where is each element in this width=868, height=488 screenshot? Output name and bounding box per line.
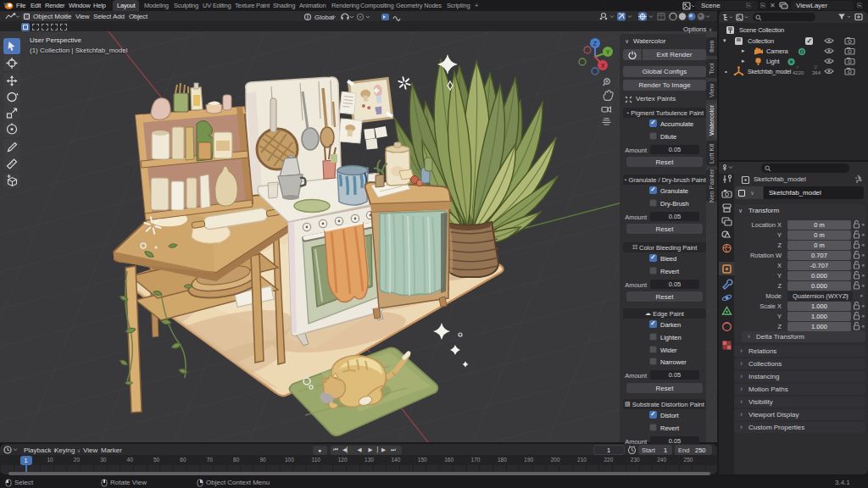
svg-text:Z: Z bbox=[593, 41, 598, 47]
svg-text:Global: Global bbox=[314, 14, 334, 21]
svg-text:Y: Y bbox=[606, 49, 610, 55]
svg-text:X: X bbox=[601, 63, 605, 69]
